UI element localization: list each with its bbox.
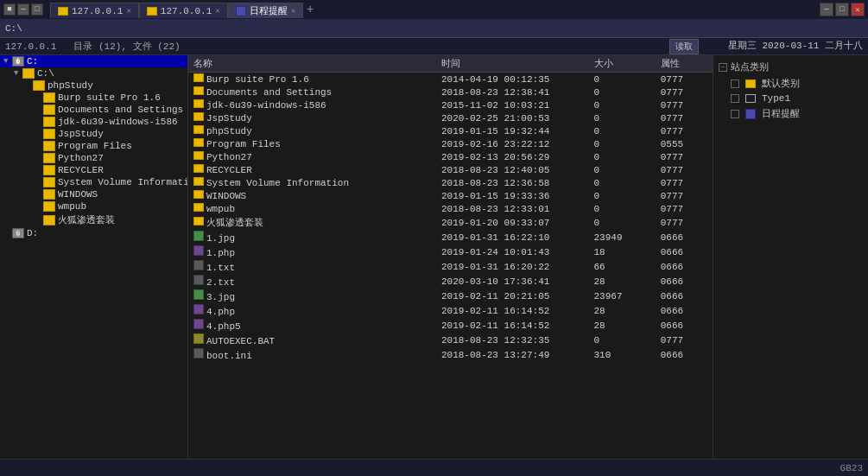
system-menu[interactable]: ■ xyxy=(3,3,16,16)
window-controls-left[interactable]: ■ ─ □ xyxy=(3,3,43,16)
tree-item-5[interactable]: jdk-6u39-windows-i586 xyxy=(0,116,187,128)
window-controls-right[interactable]: ─ □ ✕ xyxy=(820,3,865,16)
table-row[interactable]: AUTOEXEC.BAT2018-08-23 12:32:3500777 xyxy=(188,333,713,347)
expand-icon-0: ▼ xyxy=(3,57,12,66)
col-name: 名称 xyxy=(188,55,436,73)
tree-item-11[interactable]: WINDOWS xyxy=(0,188,187,200)
status-bar: GB23 xyxy=(0,459,868,476)
tab-2[interactable]: 日程提醒✕ xyxy=(228,3,303,18)
file-time-2: 2015-11-02 10:03:21 xyxy=(436,98,589,111)
read-button[interactable]: 读取 xyxy=(669,39,699,54)
file-attr-12: 0666 xyxy=(656,230,713,244)
table-row[interactable]: Burp suite Pro 1.62014-04-19 00:12:35007… xyxy=(188,73,713,86)
right-panel-item-2[interactable]: 日程提醒 xyxy=(717,105,865,122)
table-row[interactable]: 2.txt2020-03-10 17:36:41280666 xyxy=(188,274,713,289)
file-size-6: 0 xyxy=(589,150,656,163)
close-btn[interactable]: ✕ xyxy=(851,3,865,16)
table-row[interactable]: 4.php52019-02-11 16:14:52280666 xyxy=(188,318,713,333)
tab-close-2[interactable]: ✕ xyxy=(291,6,295,16)
add-tab-button[interactable]: + xyxy=(303,1,317,18)
file-time-3: 2020-02-25 21:00:53 xyxy=(436,111,589,124)
table-row[interactable]: 火狐渗透套装2019-01-20 09:33:0700777 xyxy=(188,215,713,230)
maximize-btn[interactable]: □ xyxy=(31,3,43,16)
folder-icon-8 xyxy=(43,153,55,163)
file-time-19: 2018-08-23 12:32:35 xyxy=(436,333,589,347)
maximize-win-btn[interactable]: □ xyxy=(835,3,849,16)
restore-btn[interactable]: ─ xyxy=(17,3,29,16)
table-row[interactable]: jdk-6u39-windows-i5862015-11-02 10:03:21… xyxy=(188,98,713,111)
tree-item-0[interactable]: ▼�C: xyxy=(0,55,187,67)
tree-label-10: System Volume Information xyxy=(58,177,188,187)
table-row[interactable]: System Volume Information2018-08-23 12:3… xyxy=(188,176,713,189)
file-name-9: WINDOWS xyxy=(188,189,436,202)
expand-icon[interactable]: ─ xyxy=(719,63,727,72)
right-item-icon-2 xyxy=(745,109,756,119)
right-item-icon-1 xyxy=(745,94,756,103)
tab-0[interactable]: 127.0.0.1✕ xyxy=(50,3,139,18)
tab-close-0[interactable]: ✕ xyxy=(126,6,130,16)
tree-item-8[interactable]: Python27 xyxy=(0,152,187,164)
tree-item-13[interactable]: 火狐渗透套装 xyxy=(0,213,187,227)
right-panel-item-1[interactable]: Type1 xyxy=(717,92,865,105)
table-row[interactable]: 4.php2019-02-11 16:14:52280666 xyxy=(188,303,713,318)
tree-item-4[interactable]: Documents and Settings xyxy=(0,104,187,116)
file-attr-19: 0777 xyxy=(656,333,713,347)
file-size-12: 23949 xyxy=(589,230,656,244)
file-name-8: System Volume Information xyxy=(188,176,436,189)
file-size-4: 0 xyxy=(589,124,656,137)
tree-item-12[interactable]: wmpub xyxy=(0,200,187,213)
tab-label-1: 127.0.0.1 xyxy=(161,6,212,16)
table-row[interactable]: phpStudy2019-01-15 19:32:4400777 xyxy=(188,124,713,137)
file-icon-9 xyxy=(193,190,204,199)
file-name-10: wmpub xyxy=(188,202,436,215)
file-time-16: 2019-02-11 20:21:05 xyxy=(436,289,589,303)
folder-icon-7 xyxy=(43,141,55,151)
file-icon-3 xyxy=(193,112,204,121)
file-time-6: 2019-02-13 20:56:29 xyxy=(436,150,589,163)
table-row[interactable]: Program Files2019-02-16 23:22:1200555 xyxy=(188,137,713,150)
table-row[interactable]: 3.jpg2019-02-11 20:21:05239670666 xyxy=(188,289,713,303)
table-row[interactable]: Documents and Settings2018-08-23 12:38:4… xyxy=(188,86,713,98)
tree-item-6[interactable]: JspStudy xyxy=(0,128,187,140)
main-container: ▼�C:▼C:\ phpStudy Burp suite Pro 1.6 Doc… xyxy=(0,55,868,459)
tree-item-14[interactable]: �D: xyxy=(0,227,187,239)
file-size-8: 0 xyxy=(589,176,656,189)
table-row[interactable]: 1.jpg2019-01-31 16:22:10239490666 xyxy=(188,230,713,244)
table-row[interactable]: Python272019-02-13 20:56:2900777 xyxy=(188,150,713,163)
tree-item-3[interactable]: Burp suite Pro 1.6 xyxy=(0,92,187,104)
tree-item-1[interactable]: ▼C:\ xyxy=(0,67,187,79)
file-attr-6: 0777 xyxy=(656,150,713,163)
table-row[interactable]: WINDOWS2019-01-15 19:33:3600777 xyxy=(188,189,713,202)
table-row[interactable]: 1.txt2019-01-31 16:20:22660666 xyxy=(188,259,713,274)
tab-1[interactable]: 127.0.0.1✕ xyxy=(139,3,228,18)
table-row[interactable]: RECYCLER2018-08-23 12:40:0500777 xyxy=(188,163,713,176)
tree-item-10[interactable]: System Volume Information xyxy=(0,176,187,188)
file-size-5: 0 xyxy=(589,137,656,150)
file-name-19: AUTOEXEC.BAT xyxy=(188,333,436,347)
table-row[interactable]: wmpub2018-08-23 12:33:0100777 xyxy=(188,202,713,215)
file-time-9: 2019-01-15 19:33:36 xyxy=(436,189,589,202)
tree-item-9[interactable]: RECYCLER xyxy=(0,164,187,176)
file-size-2: 0 xyxy=(589,98,656,111)
file-size-7: 0 xyxy=(589,163,656,176)
tab-close-1[interactable]: ✕ xyxy=(215,6,219,16)
tree-item-2[interactable]: phpStudy xyxy=(0,79,187,92)
file-icon-6 xyxy=(193,151,204,160)
file-time-17: 2019-02-11 16:14:52 xyxy=(436,303,589,318)
right-panel-item-0[interactable]: 默认类别 xyxy=(717,75,865,92)
file-time-7: 2018-08-23 12:40:05 xyxy=(436,163,589,176)
tree-label-5: jdk-6u39-windows-i586 xyxy=(58,117,178,127)
right-item-label-2: 日程提醒 xyxy=(762,107,800,120)
file-size-0: 0 xyxy=(589,73,656,86)
folder-icon-10 xyxy=(43,177,55,187)
minimize-btn[interactable]: ─ xyxy=(820,3,833,16)
table-row[interactable]: boot.ini2018-08-23 13:27:493100666 xyxy=(188,347,713,362)
file-time-0: 2014-04-19 00:12:35 xyxy=(436,73,589,86)
table-row[interactable]: 1.php2019-01-24 10:01:43180666 xyxy=(188,244,713,259)
file-size-20: 310 xyxy=(589,347,656,362)
tree-item-7[interactable]: Program Files xyxy=(0,140,187,152)
table-row[interactable]: JspStudy2020-02-25 21:00:5300777 xyxy=(188,111,713,124)
folder-icon-6 xyxy=(43,129,55,139)
file-icon-13 xyxy=(193,245,204,256)
file-name-3: JspStudy xyxy=(188,111,436,124)
